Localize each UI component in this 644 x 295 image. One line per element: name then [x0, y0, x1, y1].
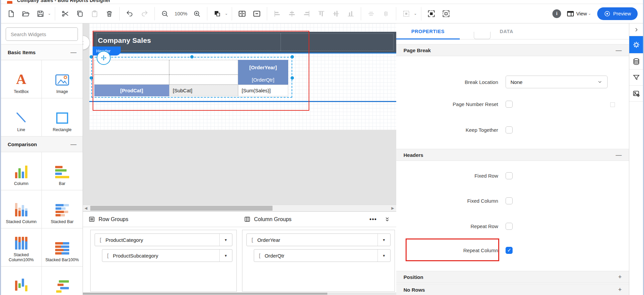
collapse-section-icon[interactable]: —	[616, 152, 622, 159]
section-comparison[interactable]: Comparison —	[1, 136, 83, 152]
groups-more-button[interactable]: •••	[369, 218, 377, 221]
view-dropdown[interactable]: View ⌄	[567, 11, 591, 16]
fixed-column-checkbox[interactable]	[506, 197, 513, 204]
cut-button[interactable]	[59, 8, 71, 20]
widget-stacked-column100-chart[interactable]: Stacked Column100%	[1, 228, 42, 267]
tablix-cell-orderyear[interactable]: [OrderYear]	[238, 60, 288, 75]
selection-handle[interactable]	[291, 76, 294, 80]
report-canvas[interactable]: Company Sales Header	[83, 23, 396, 205]
collapse-section-icon[interactable]: —	[616, 47, 622, 54]
collapse-section-icon[interactable]: —	[71, 141, 77, 148]
widget-image[interactable]: Image	[42, 60, 83, 98]
tablix-cell-empty[interactable]	[169, 75, 238, 85]
widget-stacked-column-chart[interactable]: Stacked Column	[1, 190, 42, 228]
report-header-band[interactable]: Company Sales	[93, 32, 396, 53]
select-menu-chevron-icon[interactable]: ⌄	[414, 11, 417, 16]
info-button[interactable]: i	[552, 9, 561, 18]
align-top-icon[interactable]	[315, 8, 327, 20]
hscroll-thumb[interactable]	[90, 206, 273, 211]
theme-color-button[interactable]	[211, 8, 223, 20]
widget-bar-chart[interactable]: Bar	[42, 152, 83, 190]
groups-hscroll-thumb[interactable]	[83, 293, 327, 295]
widget-range-column-chart[interactable]: Range Column	[1, 267, 42, 295]
tablix-cell-prodcat[interactable]: [ProdCat]	[94, 85, 169, 96]
widget-rectangle[interactable]: Rectangle	[42, 98, 83, 136]
zoom-out-button[interactable]	[159, 8, 171, 20]
new-report-button[interactable]	[5, 8, 17, 20]
group-dropdown-button[interactable]: ▼	[378, 234, 390, 246]
align-right-icon[interactable]	[301, 8, 313, 20]
section-headers[interactable]: Headers —	[396, 149, 629, 161]
tablix-move-handle[interactable]	[97, 51, 111, 65]
tablix-cell-empty[interactable]	[94, 75, 169, 85]
scroll-right-arrow-icon[interactable]: ▶	[391, 206, 394, 210]
report-title-textbox[interactable]: Company Sales	[98, 36, 151, 44]
widget-column-chart[interactable]: Column	[1, 152, 42, 190]
fit-to-selection-icon[interactable]	[440, 8, 452, 20]
tablix-cell-orderqtr[interactable]: [OrderQtr]	[238, 75, 288, 85]
open-report-button[interactable]	[20, 8, 32, 20]
tab-data[interactable]: DATA	[487, 23, 527, 39]
report-page[interactable]: Company Sales Header	[89, 23, 396, 130]
theme-menu-chevron-icon[interactable]: ⌄	[225, 11, 228, 16]
split-row-button[interactable]	[251, 8, 263, 20]
repeat-column-checkbox[interactable]	[506, 247, 513, 254]
preview-button[interactable]: Preview	[597, 7, 638, 20]
group-productcategory[interactable]: [ ProductCategory ▼	[95, 233, 232, 246]
copy-button[interactable]	[74, 8, 86, 20]
zoom-in-button[interactable]	[191, 8, 203, 20]
expand-section-icon[interactable]: +	[618, 274, 622, 281]
collapse-section-icon[interactable]: —	[71, 49, 77, 56]
group-dropdown-button[interactable]: ▼	[219, 234, 232, 246]
distribute-horizontal-icon[interactable]	[365, 8, 377, 20]
widget-stacked-bar-chart[interactable]: Stacked Bar	[42, 190, 83, 228]
tablix-cell-empty[interactable]	[169, 60, 238, 75]
align-center-icon[interactable]	[286, 8, 298, 20]
keep-together-checkbox[interactable]	[506, 126, 513, 133]
repeat-row-checkbox[interactable]	[506, 223, 513, 230]
widget-line[interactable]: Line	[1, 98, 42, 136]
marquee-select-icon[interactable]	[400, 8, 412, 20]
image-settings-tool-button[interactable]	[629, 86, 643, 102]
group-orderqtr[interactable]: [ OrderQtr ▼	[254, 249, 391, 262]
selection-handle[interactable]	[190, 55, 194, 59]
section-page-break[interactable]: Page Break —	[396, 44, 629, 56]
section-position[interactable]: Position +	[396, 271, 629, 283]
properties-tool-button[interactable]	[629, 36, 643, 54]
scroll-left-arrow-icon[interactable]: ◀	[85, 206, 87, 210]
save-button[interactable]	[34, 8, 46, 20]
sidebar-collapse-button[interactable]	[83, 35, 90, 50]
save-menu-chevron-icon[interactable]: ⌄	[48, 11, 51, 16]
collapse-groups-icon[interactable]	[384, 216, 390, 222]
widget-textbox[interactable]: A TextBox	[1, 60, 42, 98]
expand-section-icon[interactable]: +	[618, 286, 622, 293]
fit-to-window-icon[interactable]	[425, 8, 437, 20]
align-left-icon[interactable]	[271, 8, 283, 20]
fixed-row-checkbox[interactable]	[506, 172, 513, 179]
tablix-cell-sumsales[interactable]: [Sum(Sales)]	[238, 85, 288, 96]
selection-handle[interactable]	[90, 55, 93, 59]
align-middle-icon[interactable]	[330, 8, 342, 20]
undo-button[interactable]	[124, 8, 136, 20]
split-column-button[interactable]	[236, 8, 248, 20]
paste-button[interactable]	[89, 8, 101, 20]
distribute-vertical-icon[interactable]	[380, 8, 392, 20]
delete-button[interactable]	[103, 8, 115, 20]
tab-properties[interactable]: PROPERTIES	[396, 23, 460, 39]
section-no-rows[interactable]: No Rows +	[396, 284, 629, 295]
group-dropdown-button[interactable]: ▼	[219, 250, 232, 262]
tablix-cell-subcat[interactable]: [SubCat]	[169, 85, 238, 96]
selection-handle[interactable]	[291, 55, 294, 59]
align-bottom-icon[interactable]	[345, 8, 357, 20]
page-number-reset-checkbox[interactable]	[506, 101, 513, 108]
selection-handle[interactable]	[90, 76, 93, 80]
canvas-hscrollbar[interactable]: ◀ ▶	[83, 205, 396, 211]
section-basic-items[interactable]: Basic Items —	[1, 44, 83, 60]
widget-stacked-bar100-chart[interactable]: Stacked Bar100%	[42, 228, 83, 267]
widget-range-bar-chart[interactable]: Range Bar	[42, 267, 83, 295]
panel-collapse-button[interactable]	[629, 23, 643, 36]
groups-hscrollbar[interactable]	[83, 292, 396, 295]
filter-tool-button[interactable]	[629, 70, 643, 86]
group-productsubcategory[interactable]: [ ProductSubcategory ▼	[102, 249, 232, 262]
group-orderyear[interactable]: [ OrderYear ▼	[246, 233, 391, 246]
